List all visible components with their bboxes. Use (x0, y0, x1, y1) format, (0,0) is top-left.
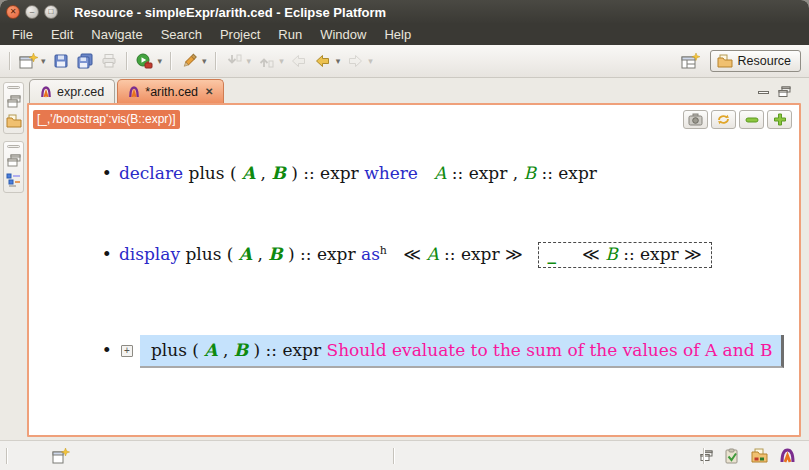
cedille-logo-icon[interactable] (779, 448, 796, 463)
highlighter-dropdown-icon[interactable]: ▾ (202, 56, 207, 66)
editor-top-row: [_,'/bootstrap':vis(B::expr)] (29, 105, 799, 131)
project-explorer-icon[interactable] (6, 114, 22, 128)
code-text: ) :: expr (283, 244, 361, 264)
snapshot-button[interactable] (683, 110, 708, 129)
variable-a: A (239, 244, 252, 264)
tab-expr-ced[interactable]: expr.ced (29, 79, 115, 103)
minus-button[interactable] (739, 110, 764, 129)
toolbar-drag-handle[interactable] (215, 52, 217, 70)
editor-code-area[interactable]: •declare plus ( A , B ) :: expr where A … (29, 134, 799, 401)
menu-item-navigate[interactable]: Navigate (82, 25, 151, 44)
minimize-editor-icon[interactable] (758, 91, 769, 94)
titlebar: ✕ – □ Resource - simpleExpr/arith.ced - … (0, 0, 809, 24)
git-repository-icon[interactable] (751, 448, 768, 463)
editor-stack: expr.ced *arith.ced ✕ (27, 78, 801, 437)
editor-controls (683, 110, 792, 129)
context-badge: [_,'/bootstrap':vis(B::expr)] (33, 110, 180, 129)
variable-a: A (434, 163, 446, 183)
window-maximize-button[interactable]: □ (44, 5, 58, 19)
previous-annotation-button[interactable] (255, 49, 277, 73)
next-annotation-icon (226, 53, 242, 69)
status-bar (0, 440, 809, 470)
editor-tab-row: expr.ced *arith.ced ✕ (27, 78, 801, 103)
refresh-button[interactable] (711, 110, 736, 129)
menu-item-file[interactable]: File (3, 25, 42, 44)
save-all-button[interactable] (74, 49, 96, 73)
code-text: plus ( (151, 340, 204, 360)
new-wizard-button[interactable] (17, 49, 39, 73)
open-perspective-icon (681, 53, 700, 70)
eclipse-window: ✕ – □ Resource - simpleExpr/arith.ced - … (0, 0, 809, 470)
main-toolbar: ▾ (0, 45, 809, 78)
resource-perspective-button[interactable]: Resource (710, 50, 802, 72)
cedille-file-icon (128, 86, 140, 98)
bullet-icon: • (102, 244, 112, 264)
outline-view-icon[interactable] (6, 173, 21, 187)
forward-button[interactable] (344, 49, 366, 73)
tab-arith-ced[interactable]: *arith.ced ✕ (117, 79, 224, 103)
keyword-as: as (361, 244, 380, 264)
run-external-tools-dropdown-icon[interactable]: ▾ (158, 56, 163, 66)
variable-b: B (234, 340, 248, 360)
menu-item-project[interactable]: Project (211, 25, 269, 44)
menu-item-help[interactable]: Help (375, 25, 420, 44)
window-minimize-button[interactable]: – (25, 5, 39, 19)
window-close-button[interactable]: ✕ (6, 5, 20, 19)
resource-perspective-label: Resource (738, 54, 792, 68)
statusbar-drag-handle[interactable] (393, 448, 395, 464)
trim-drag-handle[interactable] (7, 86, 20, 89)
restore-view-icon[interactable] (7, 95, 21, 108)
maximize-icon: □ (49, 8, 54, 16)
restore-tray-icon[interactable] (700, 450, 713, 462)
hole-underscore: _ (548, 244, 557, 264)
code-text: :: expr (536, 163, 597, 183)
toolbar-drag-handle[interactable] (126, 52, 128, 70)
highlighter-button[interactable] (178, 49, 200, 73)
code-text: ≪ (582, 244, 605, 264)
back-dropdown-icon[interactable]: ▾ (336, 56, 341, 66)
bullet-icon: • (102, 163, 112, 183)
run-external-tools-button[interactable] (134, 49, 156, 73)
code-text: plus ( (180, 244, 239, 264)
menu-item-run[interactable]: Run (269, 25, 311, 44)
trim-drag-handle[interactable] (7, 145, 20, 148)
tab-close-icon[interactable]: ✕ (205, 86, 213, 97)
new-wizard-dropdown-icon[interactable]: ▾ (41, 56, 46, 66)
maximize-editor-icon[interactable] (778, 86, 791, 98)
window-title: Resource - simpleExpr/arith.ced - Eclips… (74, 5, 386, 20)
previous-annotation-dropdown-icon[interactable]: ▾ (279, 56, 284, 66)
evaluation-note: Should evaluate to the sum of the values… (326, 340, 772, 360)
expander-toggle[interactable]: + (121, 345, 133, 357)
fast-view-button[interactable] (52, 448, 70, 464)
restore-view-icon[interactable] (7, 154, 21, 167)
menu-item-search[interactable]: Search (152, 25, 211, 44)
workbench-area: expr.ced *arith.ced ✕ (0, 78, 809, 440)
next-annotation-button[interactable] (223, 49, 245, 73)
cedille-editor[interactable]: [_,'/bootstrap':vis(B::expr)] (27, 103, 801, 437)
code-text: :: expr ≫ (439, 244, 534, 264)
back-button[interactable] (312, 49, 334, 73)
run-external-tools-icon (136, 53, 153, 69)
back-icon (314, 53, 331, 69)
statusbar-drag-handle[interactable] (703, 448, 705, 464)
forward-icon (347, 53, 364, 69)
open-perspective-button[interactable] (680, 49, 702, 73)
last-edit-location-button[interactable] (288, 49, 310, 73)
code-text: plus ( (183, 163, 242, 183)
toolbar-drag-handle[interactable] (170, 52, 172, 70)
camera-icon (688, 113, 703, 126)
menu-item-edit[interactable]: Edit (42, 25, 82, 44)
plus-button[interactable] (767, 110, 792, 129)
toolbar-drag-handle[interactable] (9, 52, 11, 70)
hole-box[interactable]: _≪ B :: expr ≫ (538, 242, 712, 268)
menu-item-window[interactable]: Window (311, 25, 375, 44)
statusbar-drag-handle[interactable] (6, 448, 8, 464)
cedille-file-icon (40, 86, 52, 98)
tasks-clipboard-icon[interactable] (724, 448, 740, 464)
declare-line: •declare plus ( A , B ) :: expr where A … (37, 134, 799, 212)
keyword-display: display (119, 244, 180, 264)
print-button[interactable] (98, 49, 120, 73)
next-annotation-dropdown-icon[interactable]: ▾ (247, 56, 252, 66)
forward-dropdown-icon[interactable]: ▾ (368, 56, 373, 66)
save-button[interactable] (50, 49, 72, 73)
